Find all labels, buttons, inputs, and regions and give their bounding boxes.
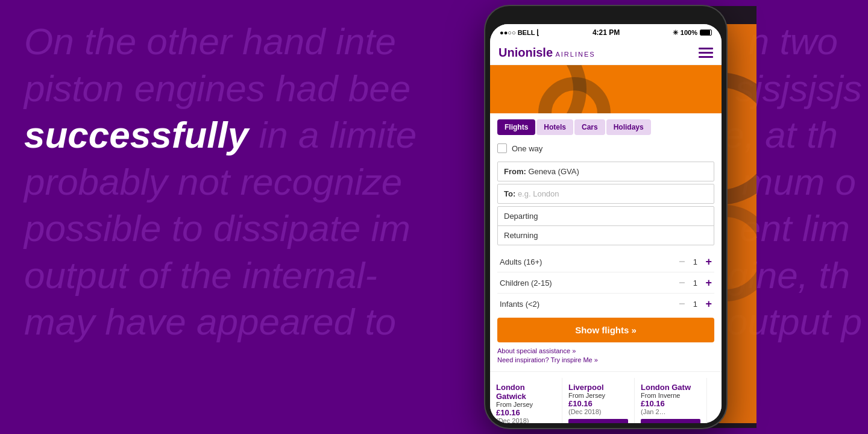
one-way-checkbox[interactable] <box>497 143 507 153</box>
children-count: 1 <box>691 278 699 288</box>
from-field[interactable]: From: Geneva (GVA) <box>497 162 714 181</box>
adults-decrease-button[interactable]: − <box>679 256 685 267</box>
app-header: Unionisle AIRLINES <box>490 41 722 65</box>
returning-field[interactable]: Returning <box>498 226 714 245</box>
deal-from-1: From Jersey <box>568 392 628 399</box>
children-increase-button[interactable]: + <box>705 277 712 288</box>
to-label: To: <box>504 189 515 198</box>
phone-device: ●●○○ BELL ⌊ 4:21 PM ✳ 100% Unionisle AIR… <box>467 0 750 434</box>
infants-increase-button[interactable]: + <box>705 298 712 309</box>
deal-from-2: From Inverne <box>641 392 700 399</box>
deals-section: London Gatwick From Jersey £10.16 (Dec 2… <box>490 371 722 423</box>
infants-decrease-button[interactable]: − <box>679 298 685 309</box>
deal-card-2: London Gatw From Inverne £10.16 (Jan 2… … <box>635 378 707 423</box>
show-flights-button[interactable]: Show flights » <box>497 318 714 342</box>
hero-banner <box>490 65 722 113</box>
book-button-1[interactable]: Book now » <box>568 419 628 423</box>
book-button-2[interactable]: Book now <box>641 419 700 423</box>
deal-date-0: (Dec 2018) <box>496 417 556 423</box>
adults-counter: − 1 + <box>679 256 712 267</box>
tab-flights[interactable]: Flights <box>497 119 535 135</box>
one-way-row[interactable]: One way <box>497 141 714 156</box>
to-placeholder: e.g. London <box>518 189 559 198</box>
from-value: Geneva (GVA) <box>528 167 579 176</box>
date-fields: Departing Returning <box>497 206 714 245</box>
deal-date-1: (Dec 2018) <box>568 408 628 415</box>
logo-brand: Unionisle <box>498 46 553 59</box>
deal-card-0: London Gatwick From Jersey £10.16 (Dec 2… <box>490 378 562 423</box>
status-bar: ●●○○ BELL ⌊ 4:21 PM ✳ 100% <box>490 24 722 41</box>
signal-text: ●●○○ BELL <box>500 29 535 36</box>
adults-label: Adults (16+) <box>500 257 542 266</box>
children-label: Children (2-15) <box>500 278 552 288</box>
deal-price-1: £10.16 <box>568 399 628 408</box>
children-row: Children (2-15) − 1 + <box>497 272 714 294</box>
assistance-link[interactable]: About special assistance » <box>497 347 714 354</box>
deal-date-2: (Jan 2… <box>641 408 700 415</box>
one-way-label: One way <box>512 144 542 153</box>
departing-field[interactable]: Departing <box>498 207 714 226</box>
battery-icon <box>700 30 712 36</box>
deal-city-1: Liverpool <box>568 383 628 392</box>
inspire-link[interactable]: Need inspiration? Try inspire Me » <box>497 356 714 363</box>
signal-area: ●●○○ BELL ⌊ <box>500 28 539 37</box>
tab-holidays[interactable]: Holidays <box>606 119 651 135</box>
deal-price-0: £10.16 <box>496 408 556 417</box>
deals-scroll-container: London Gatwick From Jersey £10.16 (Dec 2… <box>490 378 722 423</box>
deal-city-2: London Gatw <box>641 383 700 392</box>
navigation-tabs: Flights Hotels Cars Holidays <box>497 119 714 135</box>
wifi-icon: ⌊ <box>536 28 539 37</box>
to-field[interactable]: To: e.g. London <box>497 184 714 204</box>
search-panel: Flights Hotels Cars Holidays One way Fro… <box>490 113 722 371</box>
hamburger-line-3 <box>699 56 713 58</box>
infants-counter: − 1 + <box>679 298 712 309</box>
deal-price-2: £10.16 <box>641 399 700 408</box>
time-display: 4:21 PM <box>593 28 620 37</box>
logo-area: Unionisle AIRLINES <box>498 46 596 60</box>
infants-count: 1 <box>691 300 699 309</box>
tab-cars[interactable]: Cars <box>574 119 605 135</box>
battery-area: ✳ 100% <box>673 29 712 37</box>
phone-screen: ●●○○ BELL ⌊ 4:21 PM ✳ 100% Unionisle AIR… <box>490 24 722 423</box>
logo-sub: AIRLINES <box>555 51 595 58</box>
battery-text: 100% <box>681 29 697 36</box>
adults-increase-button[interactable]: + <box>705 256 712 267</box>
bluetooth-icon: ✳ <box>673 29 678 37</box>
infants-label: Infants (<2) <box>500 300 539 309</box>
hamburger-menu-button[interactable] <box>699 48 713 58</box>
children-counter: − 1 + <box>679 277 712 288</box>
infants-row: Infants (<2) − 1 + <box>497 294 714 314</box>
deal-city-0: London Gatwick <box>496 383 556 401</box>
tab-hotels[interactable]: Hotels <box>536 119 573 135</box>
deal-card-1: Liverpool From Jersey £10.16 (Dec 2018) … <box>562 378 635 423</box>
adults-row: Adults (16+) − 1 + <box>497 251 714 272</box>
children-decrease-button[interactable]: − <box>679 277 685 288</box>
hamburger-line-2 <box>699 52 713 54</box>
adults-count: 1 <box>691 257 699 266</box>
hamburger-line-1 <box>699 48 713 49</box>
phone-frame: ●●○○ BELL ⌊ 4:21 PM ✳ 100% Unionisle AIR… <box>485 6 726 428</box>
from-label: From: <box>504 167 526 176</box>
passenger-section: Adults (16+) − 1 + Children (2-15) − 1 + <box>497 251 714 314</box>
deal-from-0: From Jersey <box>496 401 556 408</box>
